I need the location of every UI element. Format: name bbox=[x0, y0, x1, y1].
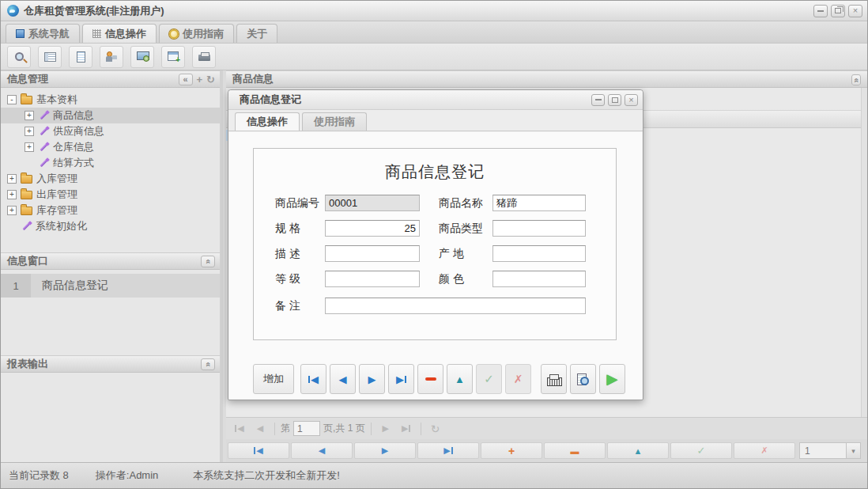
grid-last-button[interactable]: ▶ bbox=[417, 442, 479, 459]
user-report-button[interactable] bbox=[100, 46, 123, 68]
grid-save-button[interactable]: ✓ bbox=[670, 442, 732, 459]
grade-field[interactable] bbox=[325, 271, 420, 287]
save-record-button[interactable]: ✓ bbox=[476, 364, 502, 394]
window-add-icon bbox=[168, 51, 179, 62]
expand-toggle-icon[interactable]: + bbox=[25, 142, 34, 152]
tab-system-nav[interactable]: 系统导航 bbox=[6, 24, 80, 43]
info-window-header: 信息窗口 « bbox=[1, 252, 220, 270]
tree-item-warehouse-info[interactable]: + 仓库信息 bbox=[1, 139, 220, 155]
combo-trigger[interactable]: ▾ bbox=[846, 443, 860, 458]
color-field[interactable] bbox=[492, 271, 586, 287]
grid-edit-button[interactable]: ▲ bbox=[607, 442, 669, 459]
collapse-toggle-icon[interactable]: - bbox=[7, 95, 17, 104]
collapse-main-panel-button[interactable]: « bbox=[851, 74, 861, 85]
expand-toggle-icon[interactable]: + bbox=[25, 111, 34, 120]
expand-toggle-icon[interactable]: + bbox=[7, 174, 17, 184]
grid-first-button[interactable]: ◀ bbox=[228, 442, 289, 459]
grid-delete-button[interactable]: ▬ bbox=[544, 442, 606, 459]
panel-title: 信息窗口 bbox=[7, 254, 48, 268]
tab-about[interactable]: 关于 bbox=[236, 24, 277, 43]
print-record-button[interactable] bbox=[541, 364, 567, 394]
product-name-field[interactable] bbox=[492, 195, 586, 211]
remark-field[interactable] bbox=[325, 298, 586, 314]
last-record-button[interactable]: ▶ bbox=[388, 364, 414, 394]
tab-label: 使用指南 bbox=[183, 27, 224, 41]
expand-toggle-icon[interactable]: + bbox=[7, 190, 17, 199]
restore-button[interactable] bbox=[831, 5, 845, 17]
tree-label: 商品信息 bbox=[53, 108, 94, 123]
page-last-button[interactable]: ▶ bbox=[398, 420, 415, 438]
expand-toggle-icon[interactable]: + bbox=[25, 127, 34, 136]
grid-cancel-button[interactable]: ✗ bbox=[734, 442, 795, 459]
collapse-info-window-button[interactable]: « bbox=[201, 256, 215, 267]
tree-item-inventory-management[interactable]: + 库存管理 bbox=[1, 203, 220, 218]
refresh-panel-button[interactable]: ↻ bbox=[206, 74, 215, 85]
page-next-button[interactable]: ▶ bbox=[377, 420, 394, 438]
folder-icon bbox=[21, 191, 32, 199]
cancel-record-button[interactable]: ✗ bbox=[505, 364, 531, 394]
folder-icon bbox=[21, 175, 32, 184]
collapse-sidebar-button[interactable]: « bbox=[179, 74, 193, 85]
first-record-button[interactable]: ◀ bbox=[300, 364, 326, 394]
close-button[interactable]: × bbox=[848, 5, 862, 17]
tree-item-product-info[interactable]: + 商品信息 bbox=[1, 108, 220, 123]
delete-record-button[interactable] bbox=[417, 364, 443, 394]
spec-field[interactable] bbox=[325, 220, 420, 237]
tree-item-basic-data[interactable]: - 基本资料 bbox=[1, 92, 220, 108]
expand-toggle-icon[interactable]: + bbox=[7, 206, 17, 215]
last-record-icon: ▶ bbox=[396, 373, 406, 385]
new-document-button[interactable] bbox=[69, 46, 92, 68]
tree-label: 库存管理 bbox=[36, 203, 77, 218]
dialog-tab-info-operation[interactable]: 信息操作 bbox=[235, 112, 300, 131]
run-button[interactable]: ▶ bbox=[599, 364, 625, 394]
panel-title: 信息管理 bbox=[7, 72, 48, 86]
tree-item-supplier-info[interactable]: + 供应商信息 bbox=[1, 123, 220, 139]
product-type-field[interactable] bbox=[492, 220, 586, 237]
grid-prev-button[interactable]: ◀ bbox=[291, 442, 353, 459]
dialog-header[interactable]: 商品信息登记 × bbox=[228, 90, 643, 110]
prev-record-button[interactable]: ◀ bbox=[330, 364, 356, 394]
page-first-button[interactable]: ◀ bbox=[231, 420, 248, 438]
new-window-button[interactable] bbox=[161, 46, 185, 68]
info-window-row[interactable]: 1 商品信息登记 bbox=[1, 274, 220, 298]
separator bbox=[421, 423, 421, 435]
field-label-remark: 备 注 bbox=[275, 299, 300, 313]
tree-item-outbound-management[interactable]: + 出库管理 bbox=[1, 187, 220, 203]
dialog-maximize-button[interactable] bbox=[608, 94, 621, 106]
search-button[interactable] bbox=[7, 46, 31, 68]
print-preview-button[interactable] bbox=[570, 364, 596, 394]
page-prev-button[interactable]: ◀ bbox=[251, 420, 269, 438]
scrollbar-track[interactable] bbox=[861, 88, 867, 462]
collapse-up-icon: « bbox=[851, 78, 861, 82]
tree-item-system-init[interactable]: 系统初始化 bbox=[1, 218, 220, 234]
product-code-field[interactable] bbox=[325, 195, 420, 211]
tree-item-settlement-method[interactable]: 结算方式 bbox=[1, 155, 220, 171]
plus-icon: + bbox=[197, 74, 203, 85]
table-view-button[interactable] bbox=[38, 46, 62, 68]
edit-record-button[interactable]: ▲ bbox=[447, 364, 473, 394]
tab-label: 信息操作 bbox=[105, 27, 146, 41]
add-panel-button[interactable]: + bbox=[197, 74, 203, 85]
minimize-button[interactable] bbox=[813, 5, 828, 17]
collapse-report-button[interactable]: « bbox=[201, 358, 215, 370]
tab-info-operation[interactable]: 信息操作 bbox=[82, 24, 157, 43]
origin-field[interactable] bbox=[492, 245, 586, 262]
first-record-icon: ◀ bbox=[254, 445, 262, 456]
grid-next-button[interactable]: ▶ bbox=[354, 442, 416, 459]
grid-add-button[interactable]: + bbox=[481, 442, 542, 459]
record-count-selector[interactable]: 1 ▾ bbox=[799, 442, 861, 459]
print-button[interactable] bbox=[192, 46, 216, 68]
delete-record-icon bbox=[425, 377, 436, 381]
dialog-minimize-button[interactable] bbox=[591, 94, 605, 106]
description-field[interactable] bbox=[325, 245, 420, 262]
page-number-input[interactable] bbox=[293, 421, 320, 436]
dialog-tab-user-guide[interactable]: 使用指南 bbox=[302, 112, 367, 131]
tab-user-guide[interactable]: 使用指南 bbox=[159, 24, 234, 43]
page-refresh-button[interactable]: ↻ bbox=[427, 420, 444, 438]
next-record-button[interactable]: ▶ bbox=[359, 364, 385, 394]
add-button[interactable]: 增加 bbox=[253, 364, 294, 394]
tree-item-inbound-management[interactable]: + 入库管理 bbox=[1, 171, 220, 187]
document-icon bbox=[77, 51, 85, 63]
monitor-button[interactable] bbox=[130, 46, 154, 68]
dialog-close-button[interactable]: × bbox=[625, 94, 638, 106]
